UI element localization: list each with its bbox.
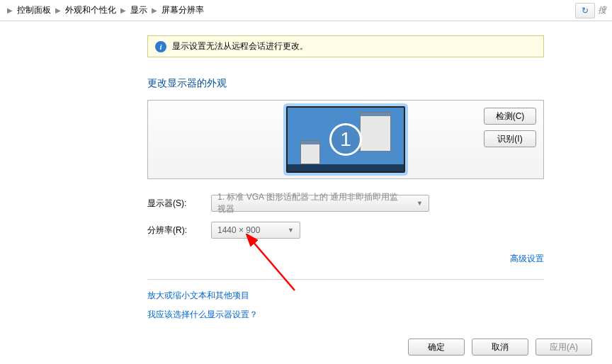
main-content: i 显示设置无法从远程会话进行更改。 更改显示器的外观 1 检测(C) 识别(I… <box>147 21 544 321</box>
window-mock-icon <box>360 112 391 152</box>
breadcrumb-item[interactable]: 显示 <box>128 4 150 16</box>
search-input[interactable]: 搜 <box>598 4 606 16</box>
chevron-down-icon: ▼ <box>288 227 294 234</box>
display-row: 显示器(S): 1. 标准 VGA 图形适配器 上的 通用非即插即用监视器 ▼ <box>147 195 544 212</box>
cancel-button[interactable]: 取消 <box>472 339 528 356</box>
display-number-badge: 1 <box>329 123 362 156</box>
display-label: 显示器(S): <box>147 198 211 210</box>
display-dropdown[interactable]: 1. 标准 VGA 图形适配器 上的 通用非即插即用监视器 ▼ <box>211 195 429 212</box>
which-display-link[interactable]: 我应该选择什么显示器设置？ <box>147 309 544 321</box>
display-preview[interactable]: 1 <box>286 106 405 173</box>
info-banner: i 显示设置无法从远程会话进行更改。 <box>147 35 544 57</box>
resolution-value: 1440 × 900 <box>217 225 260 235</box>
chevron-right-icon: ▶ <box>54 6 62 14</box>
taskbar-mock-icon <box>288 164 404 171</box>
resolution-dropdown[interactable]: 1440 × 900 ▼ <box>211 222 300 239</box>
detect-button[interactable]: 检测(C) <box>484 108 536 125</box>
advanced-settings-link[interactable]: 高级设置 <box>510 253 544 265</box>
apply-button[interactable]: 应用(A) <box>536 339 592 356</box>
info-icon: i <box>155 41 166 52</box>
banner-text: 显示设置无法从远程会话进行更改。 <box>172 40 308 52</box>
divider <box>147 279 544 280</box>
refresh-button[interactable]: ↻ <box>575 3 595 18</box>
refresh-icon: ↻ <box>582 6 589 16</box>
page-heading: 更改显示器的外观 <box>147 77 544 90</box>
ok-button[interactable]: 确定 <box>408 339 465 356</box>
breadcrumb-bar: ▶ 控制面板 ▶ 外观和个性化 ▶ 显示 ▶ 屏幕分辨率 ↻ 搜 <box>0 0 612 21</box>
chevron-down-icon: ▼ <box>416 200 423 207</box>
identify-button[interactable]: 识别(I) <box>484 130 536 147</box>
breadcrumb-item[interactable]: 外观和个性化 <box>62 4 119 16</box>
display-value: 1. 标准 VGA 图形适配器 上的 通用非即插即用监视器 <box>217 191 407 215</box>
resolution-row: 分辨率(R): 1440 × 900 ▼ <box>147 222 544 239</box>
scale-text-link[interactable]: 放大或缩小文本和其他项目 <box>147 290 544 302</box>
breadcrumb-item[interactable]: 屏幕分辨率 <box>159 4 207 16</box>
window-mock-icon <box>300 140 320 164</box>
monitor-thumbnail: 1 <box>286 106 405 173</box>
chevron-right-icon: ▶ <box>6 6 14 14</box>
chevron-right-icon: ▶ <box>150 6 159 14</box>
dialog-button-bar: 确定 取消 应用(A) <box>408 339 592 356</box>
breadcrumb-item[interactable]: 控制面板 <box>14 4 54 16</box>
chevron-right-icon: ▶ <box>119 6 128 14</box>
display-preview-panel: 1 检测(C) 识别(I) <box>147 100 544 179</box>
resolution-label: 分辨率(R): <box>147 224 211 237</box>
